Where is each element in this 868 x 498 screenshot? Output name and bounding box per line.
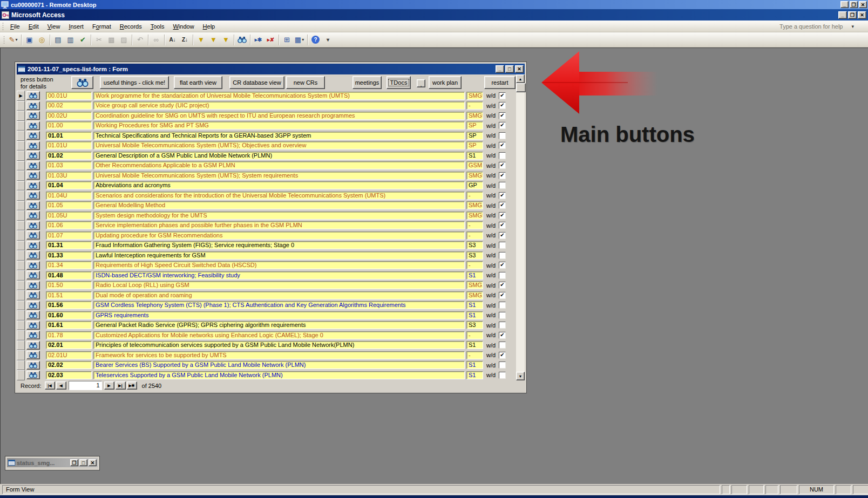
spec-title-field[interactable]: Coordination guideline for SMG on UMTS w… (93, 112, 465, 120)
form-titlebar[interactable]: 2001-11-07_specs-list-form : Form _ □ ✕ (17, 64, 525, 74)
spec-group-field[interactable]: SMG5 (466, 212, 483, 220)
spec-group-field[interactable]: S1 (466, 341, 483, 349)
row-details-button[interactable] (26, 191, 40, 200)
withdrawn-checkbox[interactable] (499, 372, 506, 379)
spec-number-field[interactable]: 01.03U (46, 172, 92, 180)
spec-group-field[interactable]: - (466, 261, 483, 269)
menu-file[interactable]: File (6, 22, 24, 31)
row-details-button[interactable] (26, 261, 40, 270)
spec-title-field[interactable]: Service implementation phases and possib… (93, 221, 465, 229)
record-selector[interactable] (17, 190, 25, 201)
menu-records[interactable]: Records (116, 22, 146, 31)
new-object-button[interactable]: ▦▾ (293, 34, 306, 46)
row-details-button[interactable] (26, 201, 40, 210)
spec-group-field[interactable]: SP (466, 132, 483, 140)
row-details-button[interactable] (26, 181, 40, 190)
row-details-button[interactable] (26, 331, 40, 339)
spec-title-field[interactable]: Working Procedures for SMG and PT SMG (93, 121, 465, 129)
spec-title-field[interactable]: General Modelling Method (93, 201, 465, 209)
minwin-maximize-button[interactable]: □ (79, 459, 87, 466)
spec-title-field[interactable]: GPRS requirements (93, 311, 465, 319)
spec-number-field[interactable]: 01.01 (46, 132, 92, 140)
withdrawn-checkbox[interactable] (499, 312, 506, 319)
record-selector[interactable] (17, 360, 25, 371)
record-selector[interactable] (17, 301, 25, 311)
withdrawn-checkbox[interactable] (499, 361, 506, 369)
row-details-button[interactable] (26, 311, 40, 319)
sort-descending-button[interactable]: Z↓ (179, 34, 191, 46)
next-record-button[interactable]: ▶ (104, 381, 114, 390)
spec-number-field[interactable]: 01.31 (46, 241, 92, 249)
withdrawn-checkbox[interactable] (499, 182, 506, 189)
row-details-button[interactable] (26, 161, 40, 170)
spec-number-field[interactable]: 01.05 (46, 201, 92, 209)
withdrawn-checkbox[interactable]: ✔ (499, 232, 506, 239)
btn-misc[interactable]: , (417, 79, 425, 87)
spec-number-field[interactable]: 02.03 (46, 371, 92, 379)
spec-number-field[interactable]: 01.61 (46, 321, 92, 329)
row-details-button[interactable] (26, 141, 40, 150)
spec-group-field[interactable]: - (466, 101, 483, 110)
spec-group-field[interactable]: SP (466, 141, 483, 149)
record-number-input[interactable]: 1 (69, 381, 102, 390)
record-selector[interactable] (17, 270, 25, 281)
sort-ascending-button[interactable]: A↓ (166, 34, 179, 46)
record-selector[interactable] (17, 121, 25, 131)
last-record-button[interactable]: ▶| (116, 381, 126, 390)
spec-title-field[interactable]: Technical Specifications and Technical R… (93, 132, 465, 140)
spec-group-field[interactable]: SMG5 (466, 112, 483, 120)
row-details-button[interactable] (26, 301, 40, 310)
help-button[interactable]: ? (309, 34, 322, 46)
record-selector[interactable] (17, 101, 25, 111)
spec-number-field[interactable]: 01.07 (46, 231, 92, 240)
form-maximize-button[interactable]: □ (505, 65, 514, 73)
spec-number-field[interactable]: 01.00 (46, 121, 92, 129)
row-details-button[interactable] (26, 371, 40, 379)
row-details-button[interactable] (26, 131, 40, 140)
btn-meetings[interactable]: meetings (352, 76, 382, 89)
spec-number-field[interactable]: 01.78 (46, 331, 92, 339)
spec-group-field[interactable]: SMG5 (466, 92, 483, 100)
record-selector[interactable] (17, 161, 25, 171)
record-selector[interactable] (17, 230, 25, 241)
spec-group-field[interactable]: S1 (466, 311, 483, 319)
spec-title-field[interactable]: Abbreviations and acronyms (93, 181, 465, 189)
spec-title-field[interactable]: GSM Cordless Telephony System (CTS) (Pha… (93, 301, 465, 309)
btn-useful-things[interactable]: useful things - click me! (100, 76, 169, 89)
chevron-down-icon[interactable]: ▾ (15, 37, 17, 42)
spec-title-field[interactable]: System design methodology for the UMTS (93, 212, 465, 220)
spec-group-field[interactable]: GSM (466, 161, 483, 169)
filter-by-selection-button[interactable]: ▼ (195, 34, 207, 46)
row-details-button[interactable] (26, 151, 40, 160)
new-record-button[interactable]: ▶✱ (127, 381, 137, 390)
withdrawn-checkbox[interactable]: ✔ (499, 202, 506, 209)
spec-title-field[interactable]: Bearer Services (BS) Supported by a GSM … (93, 361, 465, 369)
spec-group-field[interactable]: S3 (466, 241, 483, 249)
row-details-button[interactable] (26, 91, 40, 100)
btn-work-plan[interactable]: work plan (429, 76, 462, 89)
btn-flat-earth-view[interactable]: flat earth view (174, 76, 222, 89)
menu-view[interactable]: View (43, 22, 65, 31)
spec-title-field[interactable]: Customized Applications for Mobile netwo… (93, 331, 465, 339)
withdrawn-checkbox[interactable]: ✔ (499, 292, 506, 299)
row-details-button[interactable] (26, 291, 40, 299)
spec-number-field[interactable]: 01.34 (46, 261, 92, 269)
form-close-button[interactable]: ✕ (515, 65, 524, 73)
withdrawn-checkbox[interactable]: ✔ (499, 122, 506, 129)
withdrawn-checkbox[interactable] (499, 242, 506, 249)
record-selector[interactable] (17, 210, 25, 221)
filter-by-form-button[interactable]: ▼ (207, 34, 220, 46)
record-selector[interactable]: ▶ (17, 91, 25, 101)
row-details-button[interactable] (26, 321, 40, 330)
delete-record-button[interactable]: ▸✘ (265, 34, 277, 46)
btn-restart[interactable]: restart (484, 76, 516, 89)
scrollbar-thumb[interactable] (516, 83, 526, 92)
spec-title-field[interactable]: Work programme for the standarization of… (93, 92, 465, 100)
row-details-button[interactable] (26, 281, 40, 290)
scroll-down-icon[interactable]: ▼ (516, 372, 525, 380)
spec-group-field[interactable]: SMG1 (466, 281, 483, 289)
record-selector[interactable] (17, 261, 25, 271)
row-details-button[interactable] (26, 231, 40, 240)
spec-number-field[interactable]: 01.03 (46, 161, 92, 169)
spec-number-field[interactable]: 01.60 (46, 311, 92, 319)
